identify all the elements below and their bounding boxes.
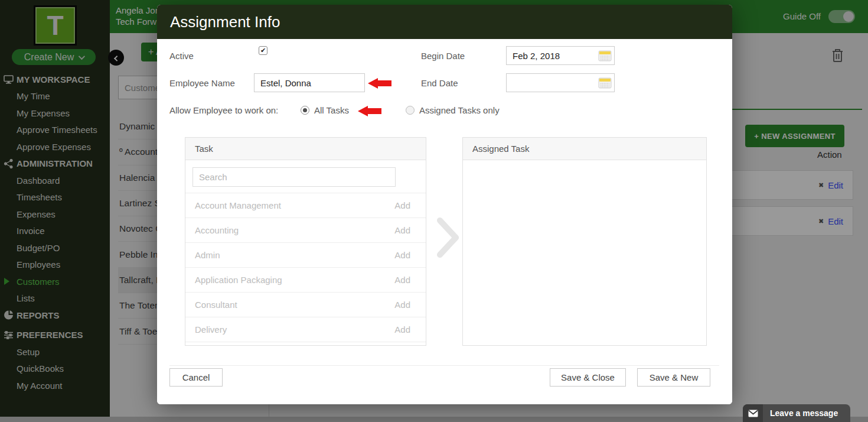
app-window: T Create New MY WORKSPACE My Time My Exp… xyxy=(0,0,868,422)
envelope-icon xyxy=(743,404,763,422)
task-name: Accounting xyxy=(195,225,239,235)
calendar-icon[interactable] xyxy=(598,49,612,64)
save-and-close-button[interactable]: Save & Close xyxy=(550,368,626,387)
modal-body: Active ✔ Begin Date Employee Name End Da… xyxy=(157,39,732,404)
red-arrow-icon xyxy=(358,106,382,116)
calendar-icon[interactable] xyxy=(598,76,612,91)
all-tasks-label: All Tasks xyxy=(314,105,349,115)
task-name: Application Packaging xyxy=(195,275,282,285)
assignment-info-modal: Assignment Info Active ✔ Begin Date Empl… xyxy=(157,5,732,404)
all-tasks-radio[interactable] xyxy=(301,106,309,115)
task-list: Account Management Add Accounting Add Ad… xyxy=(185,193,426,342)
add-task-link[interactable]: Add xyxy=(394,275,410,285)
task-panel: Task Account Management Add Accounting A… xyxy=(185,137,426,346)
allow-work-label: Allow Employee to work on: xyxy=(169,105,278,115)
assigned-task-panel-header: Assigned Task xyxy=(463,138,706,160)
add-task-link[interactable]: Add xyxy=(394,225,410,235)
end-date-field xyxy=(506,73,615,92)
red-arrow-icon xyxy=(368,78,392,89)
assigned-tasks-only-label: Assigned Tasks only xyxy=(419,105,500,115)
add-task-link[interactable]: Add xyxy=(394,324,410,335)
assigned-tasks-only-radio[interactable] xyxy=(406,106,415,115)
task-panel-header: Task xyxy=(185,138,426,160)
footer-divider xyxy=(169,365,719,366)
task-row: Application Packaging Add xyxy=(185,268,426,293)
active-checkbox[interactable]: ✔ xyxy=(259,46,267,55)
add-task-link[interactable]: Add xyxy=(394,200,410,210)
assigned-task-panel: Assigned Task xyxy=(462,137,707,346)
active-label: Active xyxy=(169,51,194,61)
task-row: Accounting Add xyxy=(185,218,426,243)
task-row: Account Management Add xyxy=(185,193,426,218)
check-icon: ✔ xyxy=(260,47,266,54)
task-name: Delivery xyxy=(195,324,227,335)
add-task-link[interactable]: Add xyxy=(394,250,410,260)
employee-name-label: Employee Name xyxy=(169,78,235,88)
chevron-right-icon xyxy=(436,216,461,259)
begin-date-label: Begin Date xyxy=(421,51,465,61)
modal-header: Assignment Info xyxy=(157,5,732,39)
modal-title: Assignment Info xyxy=(170,13,280,31)
task-row: Admin Add xyxy=(185,243,426,268)
employee-name-input[interactable] xyxy=(254,73,365,92)
task-row: Consultant Add xyxy=(185,293,426,317)
chat-widget[interactable]: Leave a message xyxy=(743,404,850,422)
task-name: Admin xyxy=(195,250,220,260)
end-date-label: End Date xyxy=(421,78,458,88)
task-name: Consultant xyxy=(195,300,237,310)
task-name: Account Management xyxy=(195,200,281,210)
save-and-new-button[interactable]: Save & New xyxy=(637,368,710,387)
task-row: Delivery Add xyxy=(185,317,426,342)
task-search-input[interactable] xyxy=(192,167,396,187)
cancel-button[interactable]: Cancel xyxy=(169,368,223,387)
chat-label: Leave a message xyxy=(770,408,838,418)
add-task-link[interactable]: Add xyxy=(394,300,410,310)
begin-date-field xyxy=(506,46,615,65)
